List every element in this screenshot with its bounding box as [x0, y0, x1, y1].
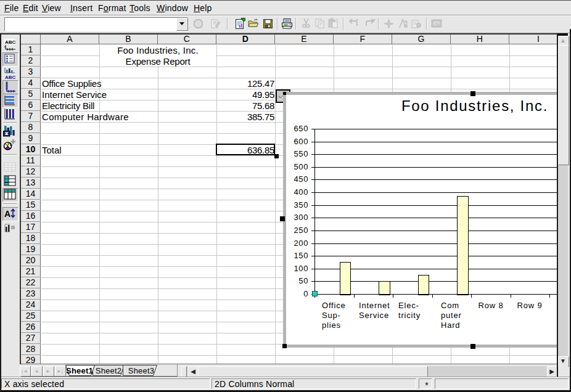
svg-text:Sheet3: Sheet3 [128, 366, 154, 375]
svg-text:Sheet1: Sheet1 [66, 366, 93, 375]
svg-text:Sheet2: Sheet2 [96, 366, 121, 375]
